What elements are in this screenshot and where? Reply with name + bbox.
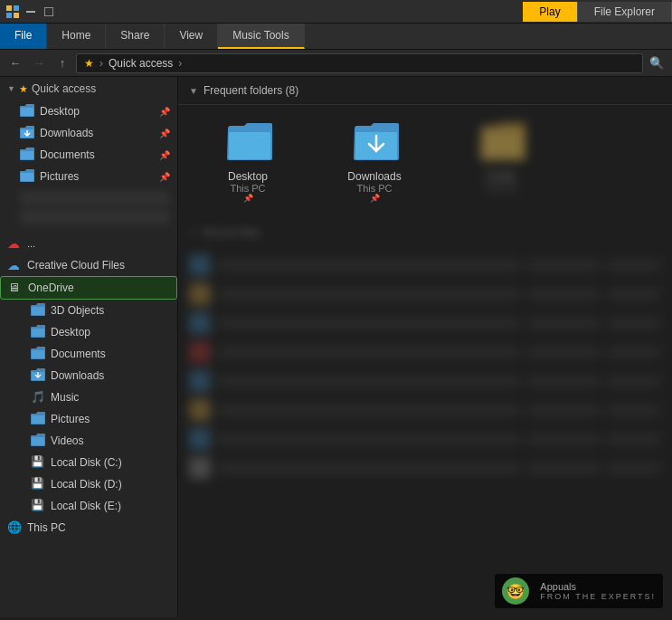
title-bar-icons (0, 5, 62, 19)
desktop-pin-icon: 📌 (159, 107, 170, 117)
sidebar-item-desktop-sub[interactable]: Desktop (11, 321, 177, 343)
svg-rect-14 (32, 415, 44, 424)
sidebar-desktop-label: Desktop (40, 105, 80, 118)
svg-rect-5 (44, 7, 53, 16)
pictures-sub-icon (31, 412, 45, 426)
sidebar-item-creative-cloud[interactable]: ☁ ... (0, 233, 177, 254)
downloads-folder-large-icon (353, 121, 396, 165)
pictures-sub-label: Pictures (51, 413, 90, 425)
svg-rect-15 (32, 437, 44, 445)
pictures-folder-icon (20, 169, 34, 184)
watermark: 🤓 Appuals FROM THE EXPERTS! (495, 574, 663, 608)
local-d-label: Local Disk (D:) (51, 478, 122, 491)
desktop-sub-label: Desktop (51, 326, 90, 339)
back-button[interactable]: ← (5, 53, 25, 73)
ribbon-tabs: File Home Share View Music Tools (0, 24, 672, 49)
tab-play[interactable]: Play (523, 2, 577, 22)
sidebar-item-documents[interactable]: Documents 📌 (0, 144, 177, 166)
sidebar-item-network[interactable]: 🌐 This PC (0, 517, 177, 539)
svg-rect-11 (32, 329, 44, 337)
downloads-sub-icon (31, 368, 45, 383)
sidebar-item-onedrive[interactable]: ☁ Creative Cloud Files (0, 254, 177, 276)
downloads-pin-icon: 📌 (159, 129, 170, 138)
creative-cloud-icon: ☁ (7, 236, 22, 251)
desktop-folder-name: Desktop (228, 170, 268, 183)
address-bar: ← → ↑ ★ › Quick access › 🔍 (0, 50, 672, 77)
sidebar-item-downloads-sub[interactable]: Downloads (11, 365, 177, 386)
3d-objects-label: 3D Objects (51, 304, 104, 317)
folder-item-desktop[interactable]: Desktop This PC 📌 (189, 116, 307, 208)
title-bar: Play File Explorer (0, 0, 672, 24)
downloads-folder-pin: 📌 (370, 194, 380, 203)
sidebar-item-pictures[interactable]: Pictures 📌 (0, 166, 177, 187)
watermark-line2: FROM THE EXPERTS! (540, 592, 656, 601)
onedrive-icon: ☁ (7, 258, 22, 272)
documents-sub-icon (31, 347, 45, 361)
sidebar-item-this-pc[interactable]: 🖥 OneDrive (0, 276, 177, 300)
forward-button[interactable]: → (29, 53, 49, 73)
quick-access-label: Quick access (32, 82, 96, 95)
local-c-icon: 💾 (31, 455, 45, 470)
maximize-icon[interactable] (42, 5, 56, 19)
up-button[interactable]: ↑ (52, 53, 72, 73)
sidebar-item-documents-sub[interactable]: Documents (11, 343, 177, 365)
sidebar-item-downloads[interactable]: Downloads 📌 (0, 122, 177, 144)
path-quick-access[interactable]: Quick access (109, 57, 173, 70)
search-button[interactable]: 🔍 (647, 53, 667, 73)
frequent-folders-label: Frequent folders (8) (203, 84, 298, 97)
sidebar-item-local-e[interactable]: 💾 Local Disk (E:) (11, 495, 177, 517)
sidebar-item-pictures-sub[interactable]: Pictures (11, 408, 177, 430)
documents-sub-label: Documents (51, 348, 106, 360)
tab-file-explorer[interactable]: File Explorer (578, 2, 672, 22)
local-e-label: Local Disk (E:) (51, 500, 121, 512)
third-folder-sublabel: This PC (483, 183, 518, 194)
path-sep-2: › (178, 57, 182, 70)
sidebar-item-videos[interactable]: Videos (11, 430, 177, 452)
minimize-icon[interactable] (24, 5, 38, 19)
tab-view[interactable]: View (165, 24, 218, 49)
tab-share[interactable]: Share (106, 24, 165, 49)
sidebar-item-music[interactable]: 🎵 Music (11, 386, 177, 408)
address-path[interactable]: ★ › Quick access › (76, 53, 643, 73)
path-sep-1: › (99, 57, 103, 70)
quick-access-star-icon: ★ (19, 83, 28, 95)
svg-rect-10 (32, 307, 44, 315)
sidebar-item-desktop[interactable]: Desktop 📌 (0, 100, 177, 122)
watermark-line1: Appuals (540, 581, 656, 592)
videos-label: Videos (51, 434, 83, 447)
local-d-icon: 💾 (31, 477, 45, 491)
content-scroll[interactable]: ▼ Frequent folders (8) Desktop This PC 📌 (178, 77, 672, 617)
frequent-folders-chevron: ▼ (189, 86, 198, 96)
recent-files-header[interactable]: ▼ Recent files (178, 219, 672, 247)
sidebar-item-local-d[interactable]: 💾 Local Disk (D:) (11, 473, 177, 495)
app-icon (5, 5, 20, 19)
folder-item-third[interactable]: Folder This PC (442, 116, 560, 208)
folder-item-downloads[interactable]: Downloads This PC 📌 (316, 116, 433, 208)
watermark-logo: 🤓 (502, 577, 529, 605)
sidebar-onedrive-label: Creative Cloud Files (27, 259, 125, 272)
sidebar-this-pc-label: OneDrive (28, 281, 74, 294)
svg-rect-9 (21, 173, 33, 181)
sidebar-documents-label: Documents (40, 148, 95, 161)
local-e-icon: 💾 (31, 499, 45, 513)
sidebar-item-local-c[interactable]: 💾 Local Disk (C:) (11, 452, 177, 473)
documents-pin-icon: 📌 (159, 150, 170, 160)
sidebar-item-3d-objects[interactable]: 3D Objects (11, 300, 177, 321)
svg-rect-3 (14, 13, 19, 18)
tab-music-tools[interactable]: Music Tools (218, 24, 304, 49)
svg-rect-16 (229, 132, 270, 159)
network-icon: 🌐 (7, 520, 22, 535)
tab-home[interactable]: Home (47, 24, 106, 49)
quick-access-header[interactable]: ▼ ★ Quick access (0, 77, 177, 100)
downloads-folder-icon (20, 126, 34, 140)
svg-rect-4 (26, 11, 35, 13)
blurred-recent-content (178, 247, 672, 493)
desktop-folder-icon (20, 104, 34, 119)
frequent-folders-header[interactable]: ▼ Frequent folders (8) (178, 77, 672, 105)
sidebar: ▼ ★ Quick access Desktop 📌 (0, 77, 178, 617)
tab-file[interactable]: File (0, 24, 47, 49)
sidebar-network-label: This PC (27, 521, 66, 534)
recent-files-chevron: ▼ (189, 228, 198, 238)
main-layout: ▼ ★ Quick access Desktop 📌 (0, 77, 672, 617)
desktop-sub-icon (31, 325, 45, 339)
